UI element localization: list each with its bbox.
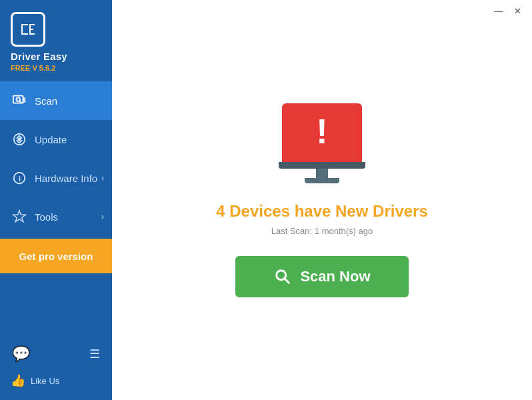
svg-line-12 <box>285 278 289 282</box>
svg-point-8 <box>17 137 21 141</box>
sidebar: Driver Easy FREE V 5.6.2 Scan <box>0 0 112 400</box>
svg-point-2 <box>16 97 20 101</box>
hardware-info-arrow: › <box>101 173 104 183</box>
thumbs-up-icon: 👍 <box>11 373 25 388</box>
main-content: ! 4 Devices have New Drivers Last Scan: … <box>112 0 532 400</box>
scan-now-button[interactable]: Scan Now <box>235 256 409 297</box>
svg-text:i: i <box>19 175 21 183</box>
logo-area: Driver Easy FREE V 5.6.2 <box>0 0 112 81</box>
last-scan-text: Last Scan: 1 month(s) ago <box>271 226 373 236</box>
scan-now-icon <box>273 267 292 286</box>
sidebar-item-update[interactable]: Update <box>0 120 112 159</box>
like-us-button[interactable]: 👍 Like Us <box>0 368 112 393</box>
app-version: FREE V 5.6.2 <box>11 64 55 72</box>
monitor-bezel <box>279 162 365 169</box>
devices-headline: 4 Devices have New Drivers <box>216 202 428 221</box>
update-icon <box>11 131 28 148</box>
sidebar-item-hardware-info-label: Hardware Info <box>35 173 97 184</box>
sidebar-item-scan[interactable]: Scan <box>0 81 112 120</box>
get-pro-button[interactable]: Get pro version <box>0 239 112 273</box>
monitor-screen: ! <box>282 103 362 162</box>
scan-icon <box>11 92 28 109</box>
tools-arrow: › <box>101 212 104 221</box>
tools-icon <box>11 208 28 225</box>
sidebar-item-tools[interactable]: Tools › <box>0 197 112 236</box>
sidebar-item-tools-label: Tools <box>35 211 58 223</box>
menu-icon[interactable]: ☰ <box>89 347 100 361</box>
monitor-illustration: ! <box>279 103 365 183</box>
chat-icon[interactable]: 💬 <box>12 345 30 363</box>
monitor-stand-base <box>305 178 339 183</box>
sidebar-item-update-label: Update <box>35 134 67 145</box>
app-name: Driver Easy <box>11 51 67 63</box>
monitor-stand-neck <box>316 169 328 178</box>
sidebar-bottom: 💬 ☰ 👍 Like Us <box>0 340 112 400</box>
hardware-info-icon: i <box>11 169 28 187</box>
sidebar-item-hardware-info[interactable]: i Hardware Info › <box>0 159 112 197</box>
close-button[interactable]: ✕ <box>508 4 527 17</box>
sidebar-bottom-icons: 💬 ☰ <box>0 340 112 368</box>
exclamation-mark: ! <box>316 114 327 149</box>
app-logo <box>11 12 45 47</box>
sidebar-item-scan-label: Scan <box>35 95 57 107</box>
minimize-button[interactable]: — <box>489 4 508 17</box>
title-bar: — ✕ <box>112 0 532 21</box>
